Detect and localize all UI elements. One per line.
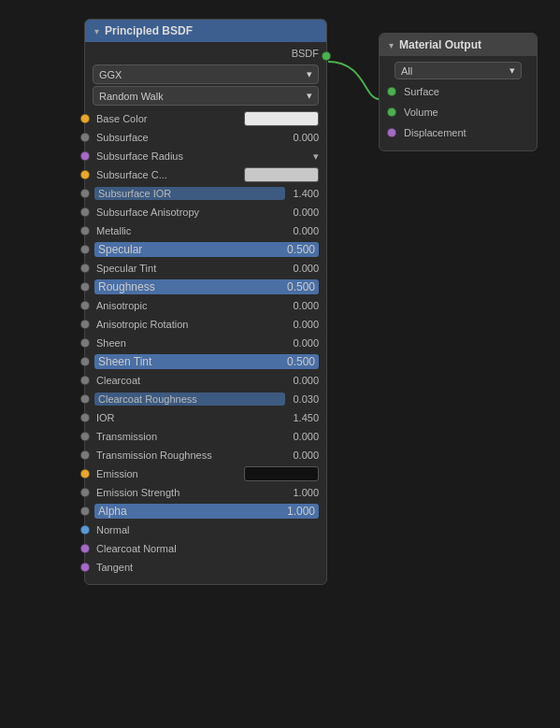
- random-walk-label: Random Walk: [99, 91, 164, 102]
- material-output-collapse-icon[interactable]: ▾: [389, 40, 394, 50]
- socket-row-ior: IOR 1.450: [85, 408, 326, 427]
- socket-label-transmission: Transmission: [94, 431, 289, 442]
- socket-value-anisotropic-rotation[interactable]: 0.000: [289, 319, 326, 330]
- socket-value-specular-tint[interactable]: 0.000: [289, 263, 326, 274]
- socket-dot-transmission: [80, 432, 90, 441]
- ggx-chevron: ▾: [307, 68, 312, 80]
- roughness-label: Roughness: [98, 280, 155, 293]
- socket-dot-tangent: [80, 563, 90, 572]
- socket-value-subsurface[interactable]: 0.000: [289, 132, 326, 143]
- socket-label-specular-tint: Specular Tint: [94, 263, 289, 274]
- socket-row-roughness: Roughness 0.500: [85, 278, 326, 296]
- socket-row-normal: Normal: [85, 521, 326, 539]
- socket-dot-subsurface-color: [80, 170, 90, 179]
- bsdf-output-label: BSDF: [292, 48, 319, 59]
- socket-dot-volume: [387, 107, 396, 117]
- socket-value-clearcoat-roughness[interactable]: 0.030: [289, 393, 326, 405]
- specular-label: Specular: [98, 243, 142, 256]
- socket-label-subsurface: Subsurface: [94, 132, 289, 143]
- specular-bar[interactable]: Specular 0.500: [94, 242, 319, 257]
- socket-value-sheen[interactable]: 0.000: [289, 337, 326, 349]
- socket-label-sheen: Sheen: [94, 337, 289, 349]
- socket-row-emission-strength: Emission Strength 1.000: [85, 483, 326, 502]
- bsdf-output-row: BSDF: [85, 46, 326, 63]
- sheen-tint-bar[interactable]: Sheen Tint 0.500: [94, 354, 319, 369]
- sheen-tint-value: 0.500: [287, 355, 315, 368]
- emission-color-swatch[interactable]: [244, 466, 319, 481]
- socket-dot-sheen: [80, 338, 90, 348]
- socket-label-subsurface-radius: Subsurface Radius: [94, 150, 313, 162]
- random-walk-chevron: ▾: [307, 90, 312, 102]
- socket-value-anisotropic[interactable]: 0.000: [289, 300, 326, 311]
- socket-row-anisotropic-rotation: Anisotropic Rotation 0.000: [85, 315, 326, 334]
- socket-row-sheen: Sheen 0.000: [85, 334, 326, 352]
- socket-label-anisotropic: Anisotropic: [94, 300, 289, 311]
- socket-value-emission-strength[interactable]: 1.000: [289, 487, 326, 498]
- socket-dot-emission: [80, 469, 90, 478]
- socket-dot-anisotropic-rotation: [80, 320, 90, 329]
- socket-dot-transmission-roughness: [80, 450, 90, 460]
- socket-dot-normal: [80, 525, 90, 535]
- socket-value-metallic[interactable]: 0.000: [289, 225, 326, 236]
- socket-dot-displacement: [387, 128, 396, 137]
- socket-label-surface: Surface: [404, 86, 439, 97]
- subsurface-color-swatch[interactable]: [244, 167, 319, 182]
- material-output-socket-row-displacement: Displacement: [380, 122, 537, 143]
- socket-value-subsurface-ior[interactable]: 1.400: [289, 188, 326, 199]
- socket-dot-base-color: [80, 114, 90, 123]
- socket-label-metallic: Metallic: [94, 225, 289, 236]
- socket-label-ior: IOR: [94, 412, 289, 423]
- alpha-label: Alpha: [98, 505, 127, 518]
- socket-label-clearcoat-roughness[interactable]: Clearcoat Roughness: [94, 393, 285, 406]
- material-output-dropdown-row: All ▾: [387, 62, 529, 79]
- socket-label-anisotropic-rotation: Anisotropic Rotation: [94, 319, 289, 330]
- ggx-dropdown-row: GGX ▾: [93, 64, 319, 84]
- random-walk-dropdown[interactable]: Random Walk ▾: [93, 86, 319, 106]
- socket-row-subsurface-radius: Subsurface Radius ▾: [85, 147, 326, 165]
- random-walk-dropdown-row: Random Walk ▾: [93, 86, 319, 106]
- socket-row-specular-tint: Specular Tint 0.000: [85, 259, 326, 278]
- socket-label-emission-strength: Emission Strength: [94, 487, 289, 498]
- roughness-bar[interactable]: Roughness 0.500: [94, 279, 319, 294]
- socket-row-transmission: Transmission 0.000: [85, 427, 326, 446]
- socket-value-transmission-roughness[interactable]: 0.000: [289, 450, 326, 461]
- principled-bsdf-node: ▾ Principled BSDF BSDF GGX ▾ Random Walk…: [84, 19, 327, 585]
- socket-dot-alpha: [80, 507, 90, 516]
- socket-row-clearcoat: Clearcoat 0.000: [85, 371, 326, 390]
- sheen-tint-label: Sheen Tint: [98, 355, 151, 368]
- roughness-value: 0.500: [287, 280, 315, 293]
- socket-label-tangent: Tangent: [94, 562, 326, 573]
- socket-value-clearcoat[interactable]: 0.000: [289, 375, 326, 386]
- material-output-dropdown[interactable]: All ▾: [395, 62, 522, 79]
- ggx-dropdown[interactable]: GGX ▾: [93, 64, 319, 84]
- subsurface-radius-chevron[interactable]: ▾: [313, 150, 326, 163]
- socket-dot-subsurface-ior: [80, 189, 90, 198]
- alpha-value: 1.000: [287, 505, 315, 518]
- socket-dot-specular: [80, 245, 90, 254]
- socket-dot-specular-tint: [80, 264, 90, 273]
- ggx-label: GGX: [99, 69, 122, 80]
- socket-value-ior[interactable]: 1.450: [289, 412, 326, 423]
- material-output-header: ▾ Material Output: [380, 34, 537, 56]
- socket-value-transmission[interactable]: 0.000: [289, 431, 326, 442]
- socket-label-volume: Volume: [404, 107, 438, 118]
- socket-row-metallic: Metallic 0.000: [85, 221, 326, 240]
- socket-row-subsurface-color: Subsurface C...: [85, 165, 326, 184]
- socket-label-subsurface-ior[interactable]: Subsurface IOR: [94, 187, 285, 200]
- base-color-swatch[interactable]: [244, 111, 319, 126]
- material-output-socket-row-volume: Volume: [380, 102, 537, 122]
- specular-value: 0.500: [287, 243, 315, 256]
- socket-row-subsurface-ior: Subsurface IOR 1.400: [85, 184, 326, 203]
- socket-dot-subsurface: [80, 133, 90, 142]
- alpha-bar[interactable]: Alpha 1.000: [94, 504, 319, 519]
- node-header: ▾ Principled BSDF: [85, 20, 326, 42]
- material-output-socket-row-surface: Surface: [380, 81, 537, 102]
- bsdf-socket-out: [322, 51, 331, 61]
- socket-label-emission: Emission: [94, 468, 244, 479]
- socket-label-displacement: Displacement: [404, 127, 467, 138]
- collapse-icon[interactable]: ▾: [94, 26, 99, 36]
- socket-dot-subsurface-anisotropy: [80, 207, 90, 217]
- socket-value-subsurface-anisotropy[interactable]: 0.000: [289, 207, 326, 218]
- socket-row-transmission-roughness: Transmission Roughness 0.000: [85, 446, 326, 464]
- socket-dot-anisotropic: [80, 301, 90, 310]
